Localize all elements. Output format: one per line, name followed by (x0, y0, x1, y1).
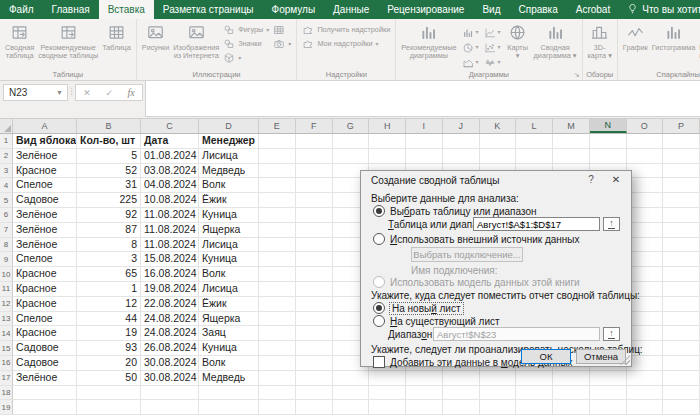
row-header-4[interactable]: 4 (0, 178, 13, 193)
cell-B10[interactable]: 65 (77, 267, 141, 282)
cell-F1[interactable] (296, 134, 333, 149)
cancel-entry-button[interactable]: ✕ (83, 88, 91, 98)
cell-B12[interactable]: 12 (77, 297, 141, 312)
cell-O14[interactable] (627, 326, 664, 341)
cell-O4[interactable] (627, 178, 664, 193)
cell-G19[interactable] (333, 400, 370, 415)
cell-F10[interactable] (296, 267, 333, 282)
cell-D9[interactable]: Куница (199, 252, 259, 267)
column-header-H[interactable]: H (369, 119, 406, 133)
row-header-7[interactable]: 7 (0, 223, 13, 238)
cell-B19[interactable] (77, 400, 141, 415)
cell-P6[interactable] (663, 208, 700, 223)
checkbox-add-to-data-model[interactable] (373, 356, 385, 368)
cell-A5[interactable]: Садовое (13, 193, 77, 208)
cell-F17[interactable] (296, 371, 333, 386)
cell-E8[interactable] (259, 238, 296, 253)
cell-P18[interactable] (663, 386, 700, 401)
cell-P3[interactable] (663, 164, 700, 179)
3d-models-button[interactable]: ▾ (223, 52, 269, 63)
cell-M17[interactable] (553, 371, 590, 386)
cell-O1[interactable] (627, 134, 664, 149)
cell-L17[interactable] (516, 371, 553, 386)
shapes-button[interactable]: Фигуры▾ (223, 24, 269, 35)
cell-A13[interactable]: Спелое (13, 312, 77, 327)
column-header-F[interactable]: F (296, 119, 333, 133)
3d-map-button[interactable]: 3D-карта ▾ (586, 20, 614, 61)
row-header-1[interactable]: 1 (0, 134, 13, 149)
cell-D16[interactable]: Волк (199, 356, 259, 371)
cell-A9[interactable]: Спелое (13, 252, 77, 267)
column-header-P[interactable]: P (663, 119, 700, 133)
sparkline-line-button[interactable]: График (621, 20, 650, 52)
cell-F8[interactable] (296, 238, 333, 253)
cell-G17[interactable] (333, 371, 370, 386)
cell-B17[interactable]: 50 (77, 371, 141, 386)
cell-H2[interactable] (369, 149, 406, 164)
cell-P8[interactable] (663, 238, 700, 253)
cell-B14[interactable]: 19 (77, 326, 141, 341)
cell-J17[interactable] (443, 371, 480, 386)
choose-connection-button[interactable]: Выбрать подключение... (411, 247, 523, 262)
cell-D7[interactable]: Ящерка (199, 223, 259, 238)
cell-A6[interactable]: Зелёное (13, 208, 77, 223)
cell-L1[interactable] (516, 134, 553, 149)
cell-M1[interactable] (553, 134, 590, 149)
cell-J19[interactable] (443, 400, 480, 415)
cell-B8[interactable]: 8 (77, 238, 141, 253)
cell-E3[interactable] (259, 164, 296, 179)
tab-help[interactable]: Справка (510, 0, 567, 19)
cell-L2[interactable] (516, 149, 553, 164)
column-header-K[interactable]: K (480, 119, 517, 133)
cell-F2[interactable] (296, 149, 333, 164)
line-chart-button[interactable]: ▾ (484, 25, 501, 37)
cell-P16[interactable] (663, 356, 700, 371)
cell-O5[interactable] (627, 193, 664, 208)
cell-C11[interactable]: 19.08.2024 (141, 282, 199, 297)
tab-file[interactable]: Файл (0, 0, 43, 19)
cell-P4[interactable] (663, 178, 700, 193)
row-header-14[interactable]: 14 (0, 326, 13, 341)
pivot-table-button[interactable]: Своднаятаблица (3, 20, 36, 61)
cell-D11[interactable]: Лисица (199, 282, 259, 297)
cell-O16[interactable] (627, 356, 664, 371)
cell-P17[interactable] (663, 371, 700, 386)
row-header-13[interactable]: 13 (0, 312, 13, 327)
tab-data[interactable]: Данные (324, 0, 378, 19)
column-header-E[interactable]: E (259, 119, 296, 133)
cell-E15[interactable] (259, 341, 296, 356)
cell-F6[interactable] (296, 208, 333, 223)
dialog-help-button[interactable]: ? (583, 174, 599, 185)
area-chart-button[interactable]: ▾ (462, 55, 479, 67)
cell-L19[interactable] (516, 400, 553, 415)
column-header-M[interactable]: M (553, 119, 590, 133)
cell-O13[interactable] (627, 312, 664, 327)
tab-home[interactable]: Главная (43, 0, 99, 19)
cell-C17[interactable]: 30.08.2024 (141, 371, 199, 386)
cell-E17[interactable] (259, 371, 296, 386)
cell-N2[interactable] (590, 149, 627, 164)
cell-A1[interactable]: Вид яблока (13, 134, 77, 149)
cell-A10[interactable]: Красное (13, 267, 77, 282)
pictures-button[interactable]: Рисунки (140, 20, 172, 52)
column-header-L[interactable]: L (516, 119, 553, 133)
tab-acrobat[interactable]: Acrobat (567, 0, 619, 19)
cell-D12[interactable]: Ёжик (199, 297, 259, 312)
cell-D2[interactable]: Лисица (199, 149, 259, 164)
cell-B4[interactable]: 31 (77, 178, 141, 193)
column-header-O[interactable]: O (627, 119, 664, 133)
cell-O8[interactable] (627, 238, 664, 253)
column-chart-button[interactable]: ▾ (462, 25, 479, 37)
cell-P14[interactable] (663, 326, 700, 341)
cell-B11[interactable]: 1 (77, 282, 141, 297)
table-button[interactable]: Таблица (100, 20, 133, 52)
cell-P12[interactable] (663, 297, 700, 312)
cell-G2[interactable] (333, 149, 370, 164)
cell-I19[interactable] (406, 400, 443, 415)
cell-C4[interactable]: 04.08.2024 (141, 178, 199, 193)
tab-review[interactable]: Рецензирование (378, 0, 473, 19)
row-header-18[interactable]: 18 (0, 386, 13, 401)
cell-E5[interactable] (259, 193, 296, 208)
cell-H19[interactable] (369, 400, 406, 415)
cell-A8[interactable]: Зелёное (13, 238, 77, 253)
